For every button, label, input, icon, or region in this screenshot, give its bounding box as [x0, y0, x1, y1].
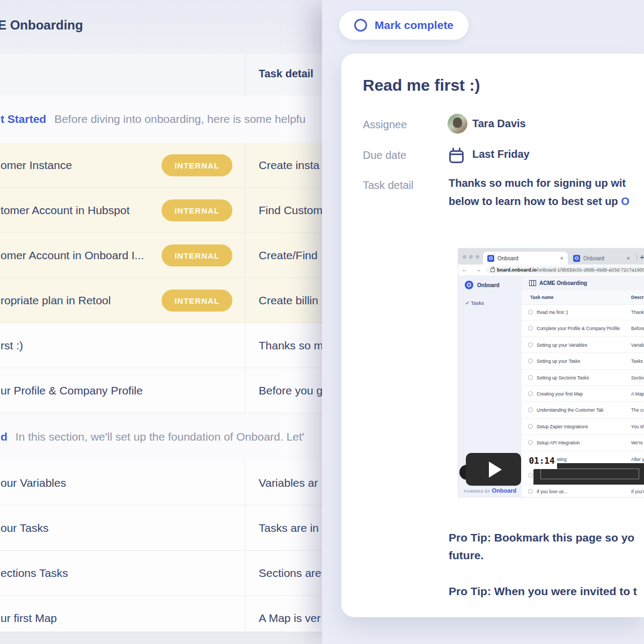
task-name: tomer Account in Hubspot: [1, 204, 129, 217]
table-row[interactable]: our VariablesVariables ar: [0, 460, 322, 506]
play-button[interactable]: [466, 453, 521, 486]
task-name-cell: omer InstanceINTERNAL: [0, 143, 245, 187]
task-detail-text: Before you g: [259, 384, 322, 397]
screen: E Onboarding Task detail t StartedBefore…: [0, 0, 644, 644]
mini-task-name: Understanding the Customer Tab: [537, 407, 604, 413]
mini-task-detail: Thanks s: [631, 310, 644, 315]
internal-badge: INTERNAL: [162, 289, 232, 311]
task-name-cell: ropriate plan in RetoolINTERNAL: [0, 278, 245, 323]
table-row[interactable]: our TasksTasks are in: [0, 506, 322, 551]
mini-task-name: Read me first :): [537, 310, 568, 315]
mini-table-row: Setting up Sections TasksSections: [522, 370, 644, 386]
checkbox-circle-icon: [354, 19, 367, 32]
mini-task-detail: After you: [631, 457, 644, 462]
mini-sidebar-item-tasks: ✓ Tasks: [465, 300, 484, 306]
table-row[interactable]: rst :)Thanks so m: [0, 323, 322, 368]
mini-task-name: Setting up your Tasks: [537, 358, 580, 364]
mini-task-name: Setup Zapier Integrations: [537, 424, 588, 429]
task-rows: t StartedBefore diving into onboarding, …: [0, 96, 322, 641]
mini-task-detail: A Map is: [631, 391, 644, 397]
task-detail-text: Variables ar: [259, 477, 318, 489]
task-detail-text: Thanks so m: [259, 339, 322, 352]
mini-task-detail: Tasks ar: [631, 358, 644, 364]
task-detail-cell: Variables ar: [245, 460, 322, 505]
task-detail-panel: Mark complete Read me first :) Assignee …: [322, 0, 644, 644]
table-row[interactable]: omer Account in Onboard I...INTERNALCrea…: [0, 233, 322, 278]
status-circle-icon: [528, 424, 533, 429]
mini-table-row: Setting up your VariablesVariables: [522, 337, 644, 353]
mini-task-name: Complete your Profile & Company Profile: [537, 326, 620, 331]
status-circle-icon: [528, 326, 533, 331]
table-header: Task detail: [0, 54, 322, 96]
table-row[interactable]: ections TasksSections are: [0, 551, 322, 596]
status-circle-icon: [528, 440, 533, 445]
mark-complete-button[interactable]: Mark complete: [339, 11, 469, 40]
tab-separator: [636, 254, 637, 261]
internal-badge: INTERNAL: [162, 244, 232, 266]
task-name: omer Instance: [1, 159, 72, 172]
tab-close-icon: ×: [560, 255, 564, 261]
table-row[interactable]: ur Profile & Company ProfileBefore you g: [0, 368, 322, 413]
table-row[interactable]: tomer Account in HubspotINTERNALFind Cus…: [0, 188, 322, 233]
task-detail-label: Task detail: [363, 179, 414, 192]
mini-table-row: Setup API IntegrationWe're ex: [522, 435, 644, 451]
task-name-cell: tomer Account in HubspotINTERNAL: [0, 188, 245, 232]
task-detail-card: Read me first :) Assignee Tara Davis Due…: [341, 54, 644, 617]
pro-tip-1: Pro Tip: Bookmark this page so yo future…: [449, 529, 634, 564]
mini-task-detail: If you're: [631, 489, 644, 494]
status-circle-icon: [528, 358, 533, 363]
table-row[interactable]: omer InstanceINTERNALCreate insta: [0, 143, 322, 188]
mini-table-row: Creating your first MapA Map is: [522, 386, 644, 402]
mini-task-detail: Before yo: [631, 326, 644, 331]
section-title: t Started: [1, 113, 46, 126]
task-detail-text-line2: below to learn how to best set up O: [449, 195, 630, 208]
task-detail-text: Create/Find: [259, 249, 318, 262]
mini-table-row: Setting up your TasksTasks ar: [522, 353, 644, 369]
section-subtitle: Before diving into onboarding, here is s…: [54, 113, 305, 126]
assignee-avatar[interactable]: [448, 114, 467, 134]
task-name: our Tasks: [1, 522, 49, 535]
mini-task-name: Setup API Integration: [537, 440, 580, 445]
mini-page-header: ACME Onboarding: [522, 275, 644, 290]
video-duration-badge: 01:14: [526, 452, 557, 469]
video-embed[interactable]: O Onboard × O Onboard × + ← → ↻: [458, 248, 644, 497]
task-name-cell: our Variables: [0, 460, 245, 505]
mini-table-row: If you love us...If you're: [522, 484, 644, 497]
task-detail-cell: Sections are: [245, 551, 322, 595]
column-header-task-detail: Task detail: [259, 68, 313, 80]
mini-task-name: Setting up your Variables: [537, 342, 587, 348]
onboard-link[interactable]: O: [621, 195, 630, 207]
lock-icon: [491, 268, 495, 272]
due-date-value: Last Friday: [472, 148, 530, 160]
browser-tab-active: O Onboard ×: [483, 252, 568, 265]
table-row[interactable]: ropriate plan in RetoolINTERNALCreate bi…: [0, 278, 322, 323]
onboard-favicon-icon: O: [487, 255, 494, 262]
play-icon: [489, 462, 502, 478]
mini-table-row: Understanding the Customer TabThe cust: [522, 402, 644, 418]
map-icon: [529, 280, 536, 286]
mini-task-name: If you love us...: [537, 489, 567, 494]
task-name-cell: our Tasks: [0, 506, 245, 550]
onboard-favicon-icon: O: [573, 255, 580, 262]
browser-tab-strip: O Onboard × O Onboard × +: [458, 248, 644, 265]
mini-task-name: Creating your first Map: [537, 391, 583, 397]
address-field: board.onboard.io/onboard-1/9b559c0c-d68b…: [486, 266, 644, 274]
task-detail-cell: Thanks so m: [245, 323, 322, 368]
browser-tab-inactive: O Onboard ×: [569, 252, 634, 265]
column-divider: [245, 54, 246, 96]
new-tab-icon: +: [640, 252, 644, 261]
mini-task-detail: The cust: [631, 407, 644, 413]
status-circle-icon: [528, 489, 533, 494]
task-detail-cell: Before you g: [245, 368, 322, 413]
task-title: Read me first :): [363, 76, 480, 94]
status-circle-icon: [528, 407, 533, 412]
task-detail-text: Tasks are in: [259, 522, 319, 535]
footer-strip: [0, 632, 322, 644]
task-detail-cell: Create billin: [245, 278, 322, 323]
tab-close-icon: ×: [627, 255, 630, 261]
status-circle-icon: [528, 391, 533, 396]
mark-complete-label: Mark complete: [375, 19, 453, 32]
section-title: d: [1, 430, 8, 443]
section-header-row: t StartedBefore diving into onboarding, …: [0, 96, 322, 143]
task-name: rst :): [1, 339, 23, 352]
